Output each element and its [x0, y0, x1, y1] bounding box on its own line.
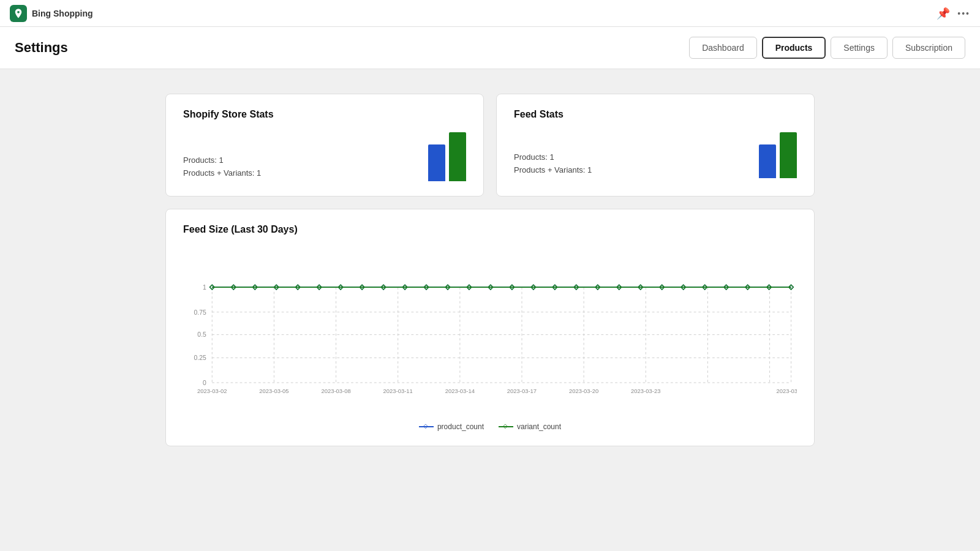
top-bar: Bing Shopping 📌 •••	[0, 0, 980, 27]
svg-text:0.75: 0.75	[194, 309, 206, 316]
svg-text:2023-03-23: 2023-03-23	[631, 388, 660, 394]
legend-product-count: product_count	[419, 422, 484, 431]
svg-text:2023-03-17: 2023-03-17	[507, 388, 537, 394]
legend-blue-line	[419, 426, 434, 427]
app-name: Bing Shopping	[32, 9, 93, 18]
top-bar-actions: 📌 •••	[937, 7, 970, 20]
svg-text:2023-03-02: 2023-03-02	[197, 388, 227, 394]
feed-stat-labels: Products: 1 Products + Variants: 1	[514, 152, 749, 178]
feed-products-label: Products: 1	[514, 152, 749, 162]
svg-text:2023-03-08: 2023-03-08	[321, 388, 350, 394]
svg-text:2023-03-27: 2023-03-27	[776, 388, 797, 394]
nav-subscription[interactable]: Subscription	[892, 37, 965, 59]
svg-text:2023-03-20: 2023-03-20	[569, 388, 598, 394]
nav-buttons: Dashboard Products Settings Subscription	[689, 37, 965, 59]
chart-legend: product_count variant_count	[183, 422, 797, 431]
main-content: Shopify Store Stats Products: 1 Products…	[0, 69, 980, 471]
svg-text:2023-03-14: 2023-03-14	[445, 388, 475, 394]
stats-row: Shopify Store Stats Products: 1 Products…	[165, 94, 815, 197]
chart-svg: 1 0.75 0.5 0.25 0 2023-	[183, 245, 797, 416]
feed-stats-content: Products: 1 Products + Variants: 1	[514, 132, 797, 178]
shopify-bar-green	[449, 132, 466, 181]
feed-stat-bars	[759, 132, 797, 178]
shopify-stat-bars	[428, 132, 466, 181]
more-icon[interactable]: •••	[957, 9, 970, 18]
feed-bar-blue	[759, 144, 776, 178]
shopify-products-label: Products: 1	[183, 156, 418, 165]
feed-bar-green	[780, 132, 797, 178]
app-icon	[10, 5, 27, 22]
legend-variant-label: variant_count	[517, 422, 561, 431]
page-header: Settings Dashboard Products Settings Sub…	[0, 27, 980, 69]
chart-area: 1 0.75 0.5 0.25 0 2023-	[183, 245, 797, 416]
nav-settings[interactable]: Settings	[831, 37, 888, 59]
svg-text:0: 0	[203, 380, 206, 386]
svg-text:2023-03-05: 2023-03-05	[259, 388, 288, 394]
shopify-store-stats-card: Shopify Store Stats Products: 1 Products…	[165, 94, 484, 197]
svg-text:2023-03-11: 2023-03-11	[383, 388, 413, 394]
feed-size-chart-card: Feed Size (Last 30 Days) 1 0.75 0.5 0.25…	[165, 209, 815, 446]
pin-icon[interactable]: 📌	[937, 7, 950, 20]
shopify-stat-labels: Products: 1 Products + Variants: 1	[183, 156, 418, 181]
chart-title: Feed Size (Last 30 Days)	[183, 224, 797, 235]
shopify-stats-content: Products: 1 Products + Variants: 1	[183, 132, 466, 181]
page-title: Settings	[15, 40, 68, 56]
shopify-variants-label: Products + Variants: 1	[183, 168, 418, 178]
legend-variant-count: variant_count	[499, 422, 561, 431]
svg-text:0.25: 0.25	[194, 354, 206, 361]
svg-text:1: 1	[203, 284, 206, 291]
feed-stats-title: Feed Stats	[514, 109, 797, 120]
svg-text:0.5: 0.5	[197, 331, 206, 338]
nav-dashboard[interactable]: Dashboard	[689, 37, 757, 59]
feed-stats-card: Feed Stats Products: 1 Products + Varian…	[496, 94, 815, 197]
shopify-stats-title: Shopify Store Stats	[183, 109, 466, 120]
nav-products[interactable]: Products	[762, 37, 826, 59]
legend-product-label: product_count	[437, 422, 484, 431]
feed-variants-label: Products + Variants: 1	[514, 165, 749, 174]
legend-green-line	[499, 426, 513, 427]
shopify-bar-blue	[428, 144, 445, 181]
